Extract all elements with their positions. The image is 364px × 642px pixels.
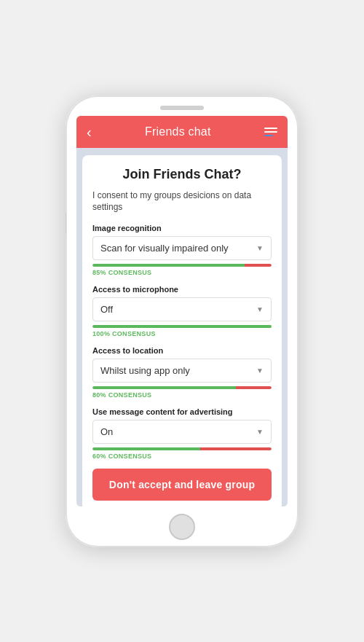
reject-button[interactable]: Don't accept and leave group <box>92 469 272 501</box>
back-button[interactable]: ‹ <box>87 125 92 139</box>
consensus-bar-location <box>92 386 272 389</box>
consensus-label-advertising: 60% CONSENSUS <box>92 453 272 460</box>
consensus-bar-advertising <box>92 447 272 450</box>
phone-frame: ‹ Friends chat Join Friends Chat? I cons… <box>66 95 298 547</box>
dropdown-value-microphone: Off <box>100 304 113 315</box>
app-title: Friends chat <box>145 125 210 138</box>
consensus-green-microphone <box>92 325 272 328</box>
dropdown-arrow-image-recognition: ▼ <box>256 244 264 252</box>
consensus-bar-microphone <box>92 325 272 328</box>
setting-location: Access to location Whilst using app only… <box>92 346 272 399</box>
dropdown-arrow-location: ▼ <box>256 367 264 375</box>
dropdown-value-image-recognition: Scan for visually impaired only <box>100 243 229 254</box>
card-subtitle: I consent to my groups desicions on data… <box>92 189 272 214</box>
home-button[interactable] <box>169 514 195 540</box>
setting-microphone: Access to microphone Off ▼ 100% CONSENSU… <box>92 285 272 337</box>
menu-line-1 <box>264 128 277 129</box>
menu-line-3 <box>264 135 273 136</box>
phone-screen: ‹ Friends chat Join Friends Chat? I cons… <box>76 116 288 506</box>
consensus-label-image-recognition: 85% CONSENSUS <box>92 269 272 276</box>
dropdown-arrow-advertising: ▼ <box>256 428 264 436</box>
setting-advertising: Use message content for advertising On ▼… <box>92 407 272 460</box>
join-card: Join Friends Chat? I consent to my group… <box>82 155 282 506</box>
setting-label-image-recognition: Image recognition <box>92 224 272 232</box>
phone-speaker <box>160 106 204 110</box>
consensus-label-location: 80% CONSENSUS <box>92 391 272 399</box>
content-area: Join Friends Chat? I consent to my group… <box>76 148 288 506</box>
consensus-label-microphone: 100% CONSENSUS <box>92 330 272 337</box>
consensus-red-image-recognition <box>245 264 272 267</box>
dropdown-location[interactable]: Whilst using app only ▼ <box>92 359 272 383</box>
card-title: Join Friends Chat? <box>92 167 272 182</box>
top-bar: ‹ Friends chat <box>76 116 288 148</box>
menu-button[interactable] <box>264 128 277 136</box>
dropdown-advertising[interactable]: On ▼ <box>92 420 272 444</box>
dropdown-value-advertising: On <box>100 426 113 437</box>
setting-label-microphone: Access to microphone <box>92 285 272 294</box>
consensus-green-image-recognition <box>92 264 245 267</box>
setting-label-advertising: Use message content for advertising <box>92 407 272 416</box>
dropdown-microphone[interactable]: Off ▼ <box>92 297 272 321</box>
dropdown-value-location: Whilst using app only <box>100 365 190 376</box>
dropdown-arrow-microphone: ▼ <box>256 305 264 313</box>
dropdown-image-recognition[interactable]: Scan for visually impaired only ▼ <box>92 236 272 260</box>
consensus-red-advertising <box>200 447 272 450</box>
side-button <box>66 212 66 234</box>
consensus-green-advertising <box>92 447 200 450</box>
setting-image-recognition: Image recognition Scan for visually impa… <box>92 224 272 276</box>
menu-line-2 <box>264 131 277 133</box>
consensus-green-location <box>92 386 236 389</box>
consensus-bar-image-recognition <box>92 264 272 267</box>
setting-label-location: Access to location <box>92 346 272 355</box>
consensus-red-location <box>236 386 272 389</box>
